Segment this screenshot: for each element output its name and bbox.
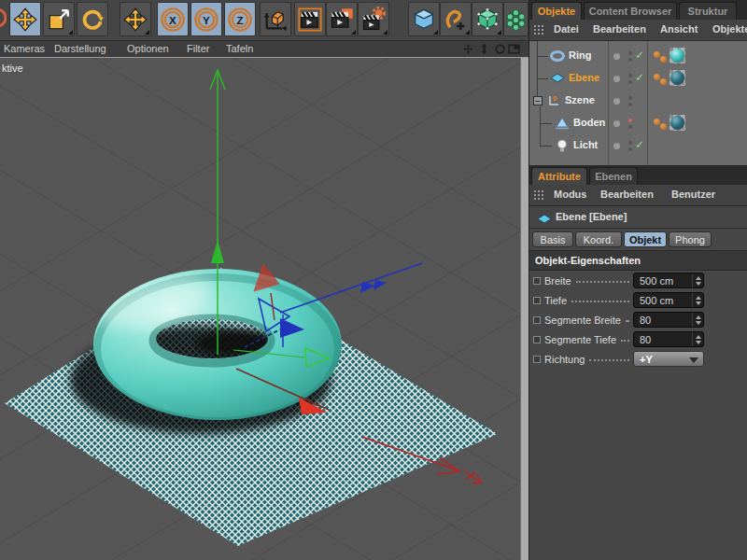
lock-y-axis-button[interactable]: Y: [190, 2, 222, 36]
tab-objekte[interactable]: Objekte: [531, 2, 582, 20]
render-settings-button[interactable]: [358, 2, 389, 36]
tab-ebenen[interactable]: Ebenen: [589, 167, 638, 185]
segmente-tiefe-input[interactable]: 80: [633, 331, 704, 347]
object-row-szene[interactable]: − 0 Szene: [529, 90, 747, 112]
enabled-check-icon[interactable]: ✓: [635, 138, 644, 151]
material-tag[interactable]: [669, 48, 685, 63]
tab-attribute[interactable]: Attribute: [531, 167, 587, 185]
enabled-check-icon[interactable]: ✓: [635, 49, 644, 62]
object-row-boden[interactable]: Boden: [529, 112, 747, 134]
material-tag[interactable]: [669, 115, 685, 131]
lock-z-axis-button[interactable]: Z: [224, 2, 256, 36]
svg-text:X: X: [169, 13, 176, 25]
undo-tool-button[interactable]: [0, 2, 7, 36]
visibility-dot[interactable]: [613, 98, 620, 105]
collapse-toggle[interactable]: −: [533, 96, 543, 105]
viewport-zoom-icon[interactable]: [477, 42, 491, 56]
viewport-pan-icon[interactable]: [461, 42, 475, 56]
scene-canvas[interactable]: [0, 58, 520, 560]
object-row-licht[interactable]: Licht ✓: [529, 134, 747, 157]
viewport-rotate-icon[interactable]: [493, 42, 507, 56]
tab-basis[interactable]: Basis: [532, 231, 573, 247]
attr-menu-benutzer[interactable]: Benutzer: [671, 189, 715, 200]
cinema4d-window: X Y Z: [0, 0, 747, 560]
scale-icon: [47, 7, 71, 32]
lock-x-axis-button[interactable]: X: [157, 2, 189, 36]
tag-dot-icon[interactable]: [654, 119, 660, 125]
attribute-menubar: Modus Bearbeiten Benutzer: [529, 185, 747, 206]
tag-dot-icon[interactable]: [660, 123, 667, 130]
selected-object-title: Ebene [Ebene]: [556, 211, 627, 222]
segmente-breite-input[interactable]: 80: [633, 312, 704, 328]
visibility-dot[interactable]: [613, 53, 620, 60]
renderer-off-dot[interactable]: [628, 119, 632, 122]
render-region-button[interactable]: [326, 2, 358, 36]
object-row-ebene[interactable]: Ebene ✓: [529, 67, 747, 90]
richtung-dropdown[interactable]: +Y: [633, 351, 704, 367]
spinner[interactable]: [692, 273, 703, 287]
render-view-button[interactable]: [294, 2, 326, 36]
breite-input[interactable]: 500 cm: [633, 273, 704, 288]
move-icon: [123, 7, 148, 32]
om-menu-ansicht[interactable]: Ansicht: [660, 23, 698, 35]
menu-kameras[interactable]: Kameras: [4, 43, 45, 54]
menu-tafeln[interactable]: Tafeln: [226, 43, 253, 54]
spinner[interactable]: [692, 313, 703, 327]
keyframe-box[interactable]: [533, 316, 541, 324]
menu-filter[interactable]: Filter: [187, 43, 209, 54]
move-tool-button[interactable]: [9, 2, 41, 36]
keyframe-box[interactable]: [533, 356, 541, 363]
viewport-maximize-icon[interactable]: [507, 42, 521, 56]
viewport-3d[interactable]: ktive: [0, 58, 520, 560]
om-menu-bearbeiten[interactable]: Bearbeiten: [593, 23, 646, 35]
om-menu-objekte[interactable]: Objekte: [712, 23, 747, 35]
rotate-icon: [80, 7, 105, 32]
add-array-button[interactable]: [503, 2, 529, 36]
tab-objekt[interactable]: Objekt: [624, 231, 667, 247]
tag-dot-icon[interactable]: [660, 56, 667, 63]
drag-grip-icon[interactable]: [533, 24, 545, 35]
tab-content-browser[interactable]: Content Browser: [584, 2, 677, 20]
x-axis-icon: X: [160, 7, 186, 33]
keyframe-box[interactable]: [533, 277, 541, 285]
menu-darstellung[interactable]: Darstellung: [54, 43, 106, 54]
panel-splitter[interactable]: [520, 58, 529, 560]
object-row-ring[interactable]: Ring ✓: [529, 45, 747, 67]
dropdown-arrow-icon: [689, 357, 698, 363]
keyframe-box[interactable]: [533, 336, 541, 343]
scale-tool-button[interactable]: [43, 2, 75, 36]
tab-struktur[interactable]: Struktur: [679, 2, 737, 20]
render-clapperboard-icon: [297, 7, 323, 33]
visibility-dot[interactable]: [613, 76, 620, 82]
tag-dot-icon[interactable]: [654, 74, 660, 80]
attr-menu-modus[interactable]: Modus: [554, 189, 586, 200]
torus-icon: [550, 49, 565, 66]
enabled-check-icon[interactable]: ✓: [635, 71, 644, 84]
keyframe-box[interactable]: [533, 297, 541, 304]
om-menu-datei[interactable]: Datei: [554, 23, 579, 35]
add-primitive-button[interactable]: [408, 2, 440, 36]
drag-grip-icon[interactable]: [533, 189, 545, 201]
section-title: Objekt-Eigenschaften: [535, 255, 641, 266]
coordinate-system-button[interactable]: [260, 2, 291, 36]
attribute-tabstrip: Attribute Ebenen: [529, 165, 747, 185]
tab-koord[interactable]: Koord.: [575, 231, 622, 247]
spinner[interactable]: [692, 293, 703, 307]
attr-menu-bearbeiten[interactable]: Bearbeiten: [600, 189, 654, 200]
add-spline-button[interactable]: [440, 2, 472, 36]
property-row-richtung: Richtung +Y: [529, 349, 747, 369]
viewport-view-label: ktive: [2, 63, 23, 74]
menu-optionen[interactable]: Optionen: [127, 43, 169, 54]
add-nurbs-button[interactable]: [472, 2, 503, 36]
tag-dot-icon[interactable]: [660, 78, 667, 85]
last-used-tool-button[interactable]: [120, 2, 151, 36]
visibility-dot[interactable]: [613, 120, 620, 127]
tab-phong[interactable]: Phong: [669, 231, 712, 247]
null-object-icon: 0: [546, 93, 561, 111]
spinner[interactable]: [692, 332, 703, 346]
material-tag[interactable]: [669, 70, 685, 86]
visibility-dot[interactable]: [613, 143, 620, 149]
tag-dot-icon[interactable]: [654, 51, 660, 58]
rotate-tool-button[interactable]: [77, 2, 108, 36]
tiefe-input[interactable]: 500 cm: [633, 292, 704, 308]
